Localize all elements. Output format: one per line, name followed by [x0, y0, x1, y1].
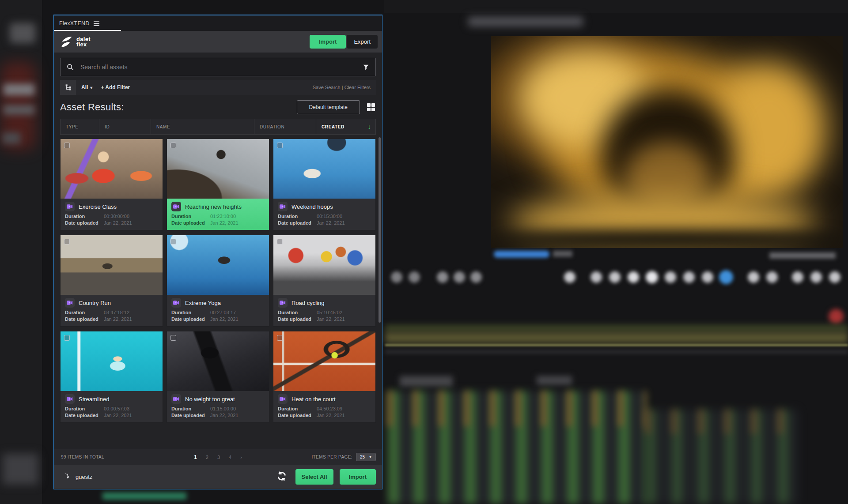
column-id[interactable]: ID — [99, 119, 151, 134]
refresh-icon[interactable] — [276, 471, 287, 483]
add-filter-button[interactable]: + Add Filter — [101, 84, 130, 90]
column-headers: TYPE ID NAME DURATION CREATED ↓ — [60, 119, 376, 135]
panel-tab-title[interactable]: FlexXTEND — [59, 20, 90, 26]
asset-thumbnail — [167, 235, 269, 295]
results-footer: 99 ITEMS IN TOTAL 1 2 3 4 › ITEMS PER PA… — [54, 449, 382, 465]
asset-checkbox[interactable] — [277, 335, 283, 341]
asset-duration: 01:15:00:00 — [210, 406, 236, 411]
select-caret-icon: ▼ — [369, 455, 372, 459]
asset-duration: 05:10:45:02 — [317, 310, 342, 315]
search-input[interactable] — [80, 63, 357, 71]
column-type[interactable]: TYPE — [61, 119, 99, 134]
hierarchy-filter-button[interactable] — [60, 80, 76, 95]
asset-date: Jan 22, 2021 — [104, 413, 132, 418]
bg-left-item — [4, 84, 34, 95]
asset-date: Jan 22, 2021 — [317, 220, 345, 226]
bg-scrub-blob — [553, 251, 572, 257]
asset-checkbox[interactable] — [277, 239, 283, 244]
search-icon — [67, 64, 74, 71]
asset-card[interactable]: Streamlined Duration00:00:57:03 Date upl… — [60, 331, 163, 423]
asset-thumbnail — [61, 235, 163, 295]
template-dropdown-button[interactable]: Default template — [297, 100, 360, 114]
asset-card[interactable]: Exercise Class Duration00:30:00:00 Date … — [60, 139, 163, 230]
asset-thumbnail — [167, 331, 269, 391]
page-1[interactable]: 1 — [194, 454, 197, 460]
asset-checkbox[interactable] — [277, 143, 283, 148]
results-title: Asset Results: — [60, 102, 124, 113]
asset-date: Jan 22, 2021 — [317, 316, 345, 322]
total-items-count: 99 ITEMS IN TOTAL — [54, 455, 104, 459]
video-asset-icon — [278, 394, 288, 404]
asset-name: Heat on the court — [292, 396, 336, 402]
asset-name: Country Run — [79, 300, 111, 306]
page-2[interactable]: 2 — [206, 455, 208, 460]
bg-left-item — [3, 454, 38, 485]
video-asset-icon — [278, 202, 288, 211]
scope-dropdown[interactable]: All ▾ — [81, 84, 92, 90]
export-tab-button[interactable]: Export — [347, 35, 378, 49]
grid-view-icon[interactable] — [367, 103, 375, 111]
asset-card[interactable]: Country Run Duration03:47:18:12 Date upl… — [60, 235, 163, 327]
asset-thumbnail — [273, 235, 375, 295]
hamburger-menu-icon[interactable] — [94, 21, 99, 26]
asset-checkbox[interactable] — [64, 239, 70, 244]
bg-timeline-line — [385, 344, 848, 346]
asset-card[interactable]: Weekend hoops Duration00:15:30:00 Date u… — [273, 139, 376, 230]
select-all-button[interactable]: Select All — [295, 469, 333, 485]
bg-timeline-track — [385, 325, 848, 332]
column-name[interactable]: NAME — [151, 119, 254, 134]
asset-name: Streamlined — [79, 396, 109, 402]
bg-audio-meter-peaks — [646, 410, 798, 434]
search-box — [60, 58, 376, 76]
asset-duration: 00:30:00:00 — [104, 214, 129, 219]
column-created[interactable]: CREATED ↓ — [316, 119, 375, 134]
chevron-down-icon: ▾ — [90, 85, 92, 90]
asset-card[interactable]: Extreme Yoga Duration00:27:03:17 Date up… — [167, 235, 269, 327]
asset-date: Jan 22, 2021 — [104, 220, 132, 226]
asset-checkbox[interactable] — [170, 335, 176, 341]
asset-card[interactable]: Road cycling Duration05:10:45:02 Date up… — [273, 235, 376, 327]
panel-tab-bar: FlexXTEND — [54, 15, 382, 31]
asset-duration: 00:27:03:17 — [210, 310, 236, 315]
page-next-icon[interactable]: › — [240, 455, 242, 460]
asset-name: Reaching new heights — [185, 203, 242, 210]
asset-thumbnail — [61, 331, 163, 391]
video-asset-icon — [65, 298, 75, 308]
bg-left-item — [3, 132, 20, 144]
brand-name: dalet flex — [76, 37, 91, 47]
panel-bottom-bar: guestz Select All Import — [54, 465, 382, 489]
asset-card[interactable]: Heat on the court Duration04:50:23:09 Da… — [273, 331, 376, 423]
flexxtend-panel: FlexXTEND dalet flex Import Export — [53, 15, 382, 489]
asset-card[interactable]: No weight too great Duration01:15:00:00 … — [167, 331, 269, 423]
bg-status-strip — [102, 493, 186, 500]
asset-date: Jan 22, 2021 — [317, 413, 345, 418]
sort-desc-icon: ↓ — [367, 123, 371, 130]
scrollbar[interactable] — [379, 137, 381, 323]
asset-date: Jan 22, 2021 — [210, 316, 238, 322]
asset-duration: 00:00:57:03 — [104, 406, 129, 411]
page-4[interactable]: 4 — [229, 455, 231, 460]
asset-grid-viewport: Exercise Class Duration00:30:00:00 Date … — [54, 135, 382, 449]
asset-checkbox[interactable] — [170, 239, 176, 244]
asset-checkbox[interactable] — [170, 143, 176, 148]
bg-left-blob — [10, 23, 35, 43]
filter-funnel-icon[interactable] — [363, 64, 369, 71]
asset-duration: 03:47:18:12 — [104, 310, 129, 315]
page-3[interactable]: 3 — [217, 455, 220, 460]
asset-card-selected[interactable]: Reaching new heights Duration01:23:10:00… — [167, 139, 269, 230]
filter-bar-body: All ▾ + Add Filter Save Search | Clear F… — [76, 80, 376, 95]
settings-gear-icon[interactable] — [60, 472, 70, 482]
asset-checkbox[interactable] — [64, 335, 70, 341]
per-page-select[interactable]: 25 ▼ — [356, 453, 376, 461]
asset-checkbox[interactable] — [64, 143, 70, 148]
bg-top-strip — [384, 0, 848, 13]
import-button[interactable]: Import — [340, 469, 376, 485]
video-asset-icon — [171, 298, 181, 308]
dalet-flex-logo: dalet flex — [60, 35, 91, 49]
asset-thumbnail — [273, 139, 375, 199]
column-duration[interactable]: DURATION — [254, 119, 316, 134]
panel-header: dalet flex Import Export — [54, 31, 382, 53]
import-tab-button[interactable]: Import — [310, 35, 346, 49]
asset-thumbnail — [61, 139, 163, 199]
save-clear-filters[interactable]: Save Search | Clear Filters — [313, 85, 371, 90]
